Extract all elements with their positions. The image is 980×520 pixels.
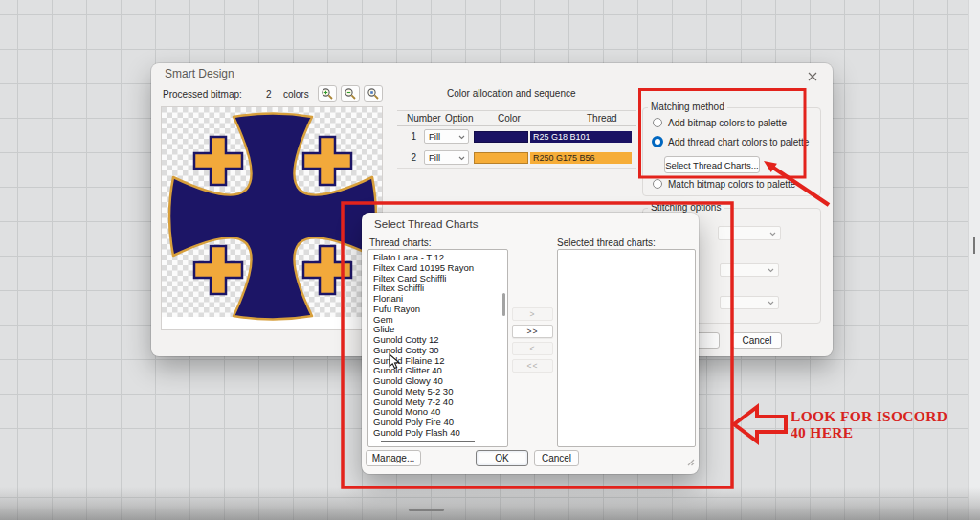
annotation-note-line1: LOOK FOR ISOCORD (791, 408, 947, 424)
magnifier-minus-icon (344, 87, 357, 101)
stitching-combobox[interactable] (720, 296, 779, 309)
color-swatch[interactable] (474, 131, 528, 143)
stitching-combobox[interactable] (720, 263, 779, 277)
add-button[interactable]: > (512, 307, 553, 321)
thread-charts-label: Thread charts: (369, 237, 431, 248)
color-allocation-title: Color allocation and sequence (447, 88, 576, 99)
select-thread-charts-button[interactable]: Select Thread Charts... (664, 156, 760, 173)
vertical-scrollbar-thumb[interactable] (973, 237, 975, 254)
zoom-out-button[interactable] (341, 85, 360, 102)
selected-thread-charts-list[interactable] (557, 249, 696, 447)
radio-add-bitmap-colors[interactable] (653, 118, 662, 127)
chevron-down-icon (768, 301, 774, 305)
bitmap-preview[interactable] (161, 106, 383, 330)
matching-method-title: Matching method (648, 102, 727, 112)
chevron-down-icon (769, 232, 776, 237)
colors-word: colors (283, 89, 309, 100)
cancel-button[interactable]: Cancel (732, 332, 782, 349)
row-number: 1 (401, 131, 416, 142)
thread-charts-items: Filato Lana - T 12Filtex Card 10195 Rayo… (368, 253, 507, 439)
select-thread-charts-dialog: Select Thread Charts Thread charts: Sele… (362, 213, 699, 474)
list-horizontal-scrollbar[interactable] (381, 441, 475, 442)
zoom-in-button[interactable] (318, 85, 337, 102)
dialog-title: Smart Design (165, 67, 234, 80)
magnifier-preview-icon (367, 87, 380, 101)
list-vertical-scrollbar[interactable] (502, 293, 505, 316)
chevron-down-icon (458, 135, 465, 140)
chevron-down-icon (768, 268, 774, 273)
col-color: Color (498, 113, 521, 124)
remove-all-button[interactable]: << (512, 359, 553, 373)
horizontal-scrollbar-thumb[interactable] (409, 509, 444, 511)
annotation-left-block-arrow (734, 407, 786, 441)
table-row: 1 Fill R25 G18 B101 (397, 126, 636, 147)
selected-thread-charts-label: Selected thread charts: (557, 237, 656, 248)
cancel-button[interactable]: Cancel (534, 450, 579, 466)
thread-chart-item[interactable]: Gunold Mety 5-2 30 (368, 387, 507, 397)
color-allocation-table: Number Option Color Thread 1 Fill R25 G1… (397, 110, 636, 171)
stitching-combobox[interactable] (718, 226, 781, 240)
radio-match-bitmap-colors[interactable] (653, 179, 662, 189)
table-header: Number Option Color Thread (397, 110, 636, 126)
chevron-down-icon (458, 156, 465, 161)
thread-value[interactable]: R25 G18 B101 (530, 131, 632, 143)
zoom-fit-button[interactable] (364, 85, 383, 102)
thread-charts-list[interactable]: Filato Lana - T 12Filtex Card 10195 Rayo… (368, 249, 508, 447)
col-number: Number (407, 113, 441, 124)
stitching-options-title: Stitching options (648, 202, 724, 213)
add-all-button[interactable]: >> (512, 325, 553, 338)
radio-label[interactable]: Add bitmap colors to palette (668, 118, 787, 128)
option-combobox[interactable]: Fill (424, 129, 469, 144)
table-row: 2 Fill R250 G175 B56 (397, 147, 636, 169)
annotation-note-line2: 40 HERE (791, 424, 853, 441)
resize-grip[interactable] (687, 453, 695, 470)
row-number: 2 (401, 152, 416, 163)
thread-chart-item[interactable]: Gunold Cotty 30 (368, 346, 507, 356)
thread-chart-item[interactable]: Fufu Rayon (368, 305, 507, 315)
design-canvas[interactable]: Smart Design Processed bitmap: 2 colors (0, 0, 980, 520)
option-value: Fill (429, 131, 440, 142)
cross-artwork (162, 107, 382, 329)
col-option: Option (445, 113, 473, 124)
canvas-vertical-scrollbar[interactable] (968, 0, 980, 520)
colors-count: 2 (266, 89, 272, 100)
thread-value[interactable]: R250 G175 B56 (530, 152, 632, 164)
col-thread: Thread (587, 113, 617, 124)
dialog-title: Select Thread Charts (374, 218, 478, 230)
processed-bitmap-label: Processed bitmap: (163, 89, 242, 100)
close-icon[interactable] (806, 70, 819, 83)
radio-label[interactable]: Add thread chart colors to palette (668, 137, 809, 147)
remove-button[interactable]: < (512, 342, 553, 355)
magnifier-plus-icon (321, 87, 334, 101)
thread-chart-item[interactable]: Filtex Card 10195 Rayon (368, 263, 507, 274)
option-combobox[interactable]: Fill (424, 150, 469, 165)
manage-button[interactable]: Manage... (366, 450, 421, 466)
thread-chart-item[interactable]: Gunold Poly Flash 40 (368, 428, 507, 439)
color-swatch[interactable] (474, 152, 528, 164)
option-value: Fill (429, 152, 440, 163)
radio-label[interactable]: Match bitmap colors to palette (668, 179, 795, 190)
ok-button[interactable]: OK (476, 450, 528, 466)
radio-add-thread-chart-colors[interactable] (652, 136, 663, 147)
